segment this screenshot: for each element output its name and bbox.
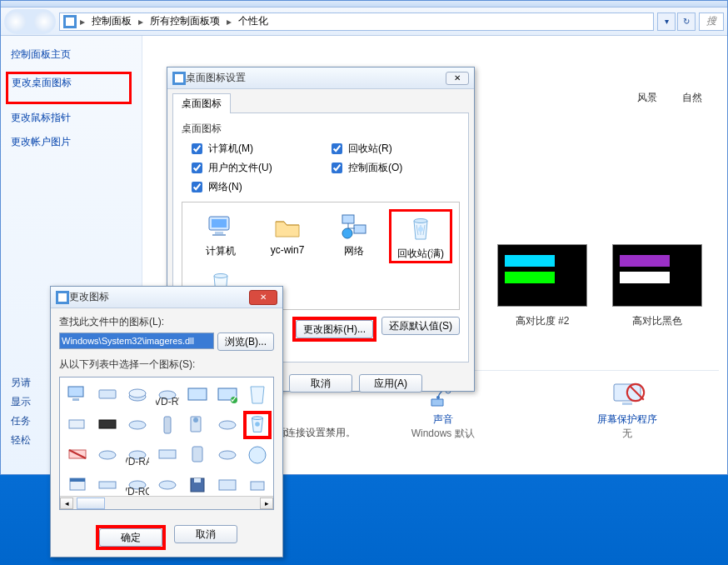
chevron-right-icon: ▸ <box>80 16 85 28</box>
picker-icon[interactable] <box>213 411 242 439</box>
picker-icon[interactable] <box>63 381 92 409</box>
theme-landscape[interactable]: 风景 <box>637 86 657 105</box>
ok-button[interactable]: 确定 <box>99 528 162 547</box>
restore-default-button[interactable]: 还原默认值(S) <box>381 317 460 335</box>
checkbox-input[interactable] <box>192 182 202 192</box>
picker-icon[interactable] <box>93 381 122 409</box>
picker-icon-selected[interactable] <box>243 411 272 439</box>
checkbox-control-panel[interactable]: 控制面板(O) <box>328 160 460 176</box>
picker-icon[interactable] <box>93 471 122 499</box>
checkbox-input[interactable] <box>332 162 342 173</box>
nav-back-forward[interactable] <box>4 9 56 34</box>
picker-icon[interactable] <box>183 411 212 439</box>
dialog-titlebar[interactable]: 更改图标 ✕ <box>51 287 282 308</box>
theme-thumbnail <box>612 244 702 307</box>
ease-link[interactable]: 轻松 <box>11 433 31 448</box>
icon-recycle-bin-full[interactable]: 回收站(满) <box>389 209 452 263</box>
picker-icon[interactable] <box>93 411 122 439</box>
svg-rect-51 <box>192 447 202 462</box>
picker-icon[interactable] <box>243 471 272 499</box>
picker-icon[interactable] <box>63 441 92 469</box>
theme-label: 自然 <box>682 91 702 105</box>
picker-icon[interactable] <box>183 441 212 469</box>
scroll-thumb[interactable] <box>77 498 105 509</box>
history-dropdown-button[interactable]: ▾ <box>657 12 676 31</box>
search-input[interactable]: 搜 <box>699 12 724 31</box>
dialog-icon <box>56 291 69 304</box>
checkbox-label: 用户的文件(U) <box>208 161 272 175</box>
checkbox-network[interactable]: 网络(N) <box>188 179 320 195</box>
svg-rect-1 <box>66 18 74 26</box>
picker-icon[interactable] <box>243 441 272 469</box>
display-link[interactable]: 显示 <box>11 395 31 409</box>
close-button[interactable]: ✕ <box>446 72 469 85</box>
dialog-titlebar[interactable]: 桌面图标设置 ✕ <box>167 68 474 89</box>
breadcrumb-mid[interactable]: 所有控制面板项 <box>147 14 223 28</box>
sidebar-control-panel-home[interactable]: 控制面板主页 <box>11 48 132 62</box>
picker-icon[interactable] <box>153 441 182 469</box>
prohibit-icon <box>626 382 645 401</box>
group-label: 桌面图标 <box>182 122 460 136</box>
checkbox-recycle-bin[interactable]: 回收站(R) <box>328 141 460 157</box>
picker-icon[interactable]: ✓ <box>213 381 242 409</box>
cancel-button[interactable]: 取消 <box>289 374 352 392</box>
picker-icon[interactable] <box>213 471 242 499</box>
change-icon-button[interactable]: 更改图标(H)... <box>296 320 373 338</box>
picker-icon[interactable]: DVD-RW <box>153 381 182 409</box>
picker-icon[interactable] <box>93 441 122 469</box>
refresh-button[interactable]: ↻ <box>677 12 696 31</box>
breadcrumb-leaf[interactable]: 个性化 <box>235 14 272 28</box>
breadcrumb[interactable]: ▸ 控制面板 ▸ 所有控制面板项 ▸ 个性化 <box>59 12 654 31</box>
svg-rect-50 <box>159 450 176 458</box>
horizontal-scrollbar[interactable]: ◂ ▸ <box>60 496 273 509</box>
find-file-label: 查找此文件中的图标(L): <box>59 315 274 329</box>
close-button[interactable]: ✕ <box>249 290 277 305</box>
window-titlebar[interactable] <box>1 1 727 8</box>
checkbox-label: 控制面板(O) <box>348 161 402 175</box>
picker-icon[interactable] <box>213 441 242 469</box>
screensaver-link[interactable]: 屏幕保护程序 无 <box>597 379 657 441</box>
picker-icon[interactable] <box>243 381 272 409</box>
scroll-right-arrow[interactable]: ▸ <box>260 498 273 509</box>
sidebar-change-account-picture[interactable]: 更改帐户图片 <box>11 135 132 149</box>
svg-rect-15 <box>215 232 223 234</box>
sidebar-change-desktop-icons[interactable]: 更改桌面图标 <box>12 76 126 90</box>
picker-icon[interactable]: DVD-RAM <box>123 441 152 469</box>
breadcrumb-root[interactable]: 控制面板 <box>88 14 135 28</box>
highlight-box: 更改图标(H)... <box>292 317 376 342</box>
icon-user-files[interactable]: yc-win7 <box>256 209 319 263</box>
file-path-input[interactable] <box>59 332 214 349</box>
cancel-button[interactable]: 取消 <box>174 525 237 543</box>
checkbox-computer[interactable]: 计算机(M) <box>188 141 320 157</box>
icon-computer[interactable]: 计算机 <box>189 209 252 263</box>
theme-nature[interactable]: 自然 <box>682 86 702 105</box>
checkbox-input[interactable] <box>192 162 202 173</box>
picker-icon[interactable] <box>183 471 212 499</box>
tab-desktop-icons[interactable]: 桌面图标 <box>172 93 231 113</box>
picker-icon[interactable] <box>123 381 152 409</box>
picker-icon[interactable]: DVD-ROM <box>123 471 152 499</box>
sound-value: Windows 默认 <box>411 427 475 441</box>
apply-button[interactable]: 应用(A) <box>359 374 422 392</box>
checkbox-user-files[interactable]: 用户的文件(U) <box>188 160 320 176</box>
theme-high-contrast-black[interactable]: 高对比黑色 <box>612 244 702 328</box>
icon-network[interactable]: 网络 <box>322 209 386 263</box>
picker-icon[interactable] <box>123 411 152 439</box>
sidebar-change-mouse-pointers[interactable]: 更改鼠标指针 <box>11 111 132 125</box>
browse-button[interactable]: 浏览(B)... <box>217 332 274 351</box>
scroll-left-arrow[interactable]: ◂ <box>60 498 73 509</box>
checkbox-label: 回收站(R) <box>348 142 392 156</box>
picker-icon[interactable] <box>183 381 212 409</box>
picker-icon[interactable] <box>153 411 182 439</box>
icon-picker-list[interactable]: DVD-RW ✓ DVD-RAM <box>59 377 274 510</box>
checkbox-input[interactable] <box>192 143 202 154</box>
picker-icon[interactable] <box>63 471 92 499</box>
theme-high-contrast-2[interactable]: 高对比度 #2 <box>497 244 587 328</box>
theme-thumbnail <box>497 244 587 307</box>
svg-rect-32 <box>188 388 207 400</box>
picker-icon[interactable] <box>63 411 92 439</box>
checkbox-input[interactable] <box>332 143 342 154</box>
taskbar-link[interactable]: 任务 <box>11 414 31 428</box>
picker-icon[interactable] <box>153 471 182 499</box>
svg-rect-24 <box>58 293 67 302</box>
